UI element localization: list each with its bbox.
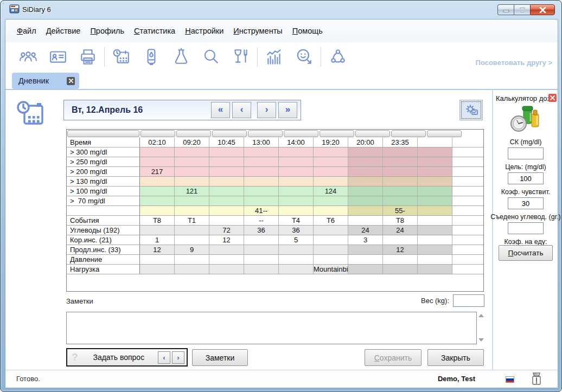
table-cell[interactable]	[244, 265, 279, 274]
table-cell[interactable]	[175, 147, 209, 157]
table-cell[interactable]: 121	[175, 187, 209, 196]
nutrition-icon[interactable]	[232, 47, 250, 67]
table-cell[interactable]	[383, 255, 418, 264]
table-cell[interactable]: 12	[209, 235, 244, 245]
table-cell[interactable]: 23:35	[383, 138, 418, 147]
table-cell[interactable]	[418, 196, 452, 205]
previous-day-button[interactable]: ‹	[232, 102, 251, 118]
table-cell[interactable]	[209, 216, 244, 225]
menu-profile[interactable]: Профиль	[85, 24, 129, 37]
sync-icon[interactable]	[329, 47, 347, 67]
table-cell[interactable]	[383, 147, 418, 157]
weight-input[interactable]	[453, 294, 484, 307]
table-cell[interactable]	[314, 147, 348, 157]
table-cell[interactable]	[383, 265, 418, 274]
column-header-button[interactable]	[140, 130, 175, 137]
table-cell[interactable]	[279, 167, 314, 176]
table-cell[interactable]: 36	[279, 226, 314, 235]
column-header-button[interactable]	[284, 130, 318, 137]
table-cell[interactable]	[383, 177, 418, 186]
table-cell[interactable]	[279, 157, 314, 166]
table-cell[interactable]	[209, 177, 244, 186]
wellness-icon[interactable]	[295, 47, 314, 67]
table-cell[interactable]	[314, 235, 348, 245]
table-cell[interactable]	[348, 265, 383, 274]
table-cell[interactable]	[418, 206, 452, 215]
table-cell[interactable]	[383, 187, 418, 196]
table-cell[interactable]	[279, 177, 314, 186]
table-cell[interactable]	[279, 187, 314, 196]
notes-textarea[interactable]	[66, 312, 477, 344]
table-cell[interactable]	[348, 196, 383, 205]
table-cell[interactable]: 55-	[383, 206, 418, 215]
table-cell[interactable]	[348, 147, 383, 157]
table-cell[interactable]	[348, 245, 383, 254]
column-header-button[interactable]	[320, 130, 354, 137]
table-cell[interactable]	[314, 157, 348, 166]
table-cell[interactable]: 12	[383, 245, 418, 254]
table-cell[interactable]	[175, 255, 209, 264]
table-cell[interactable]	[279, 147, 314, 157]
table-cell[interactable]	[209, 196, 244, 205]
users-icon[interactable]	[19, 47, 37, 67]
refer-friend-link[interactable]: Посоветовать другу >	[476, 59, 552, 67]
column-header-button[interactable]	[391, 130, 426, 137]
scroll-up-icon[interactable]	[478, 313, 484, 318]
table-cell[interactable]: T1	[175, 216, 209, 225]
table-cell[interactable]	[418, 245, 452, 254]
table-cell[interactable]: 9	[175, 245, 209, 254]
table-cell[interactable]	[348, 187, 383, 196]
table-cell[interactable]: 36	[244, 226, 279, 235]
table-cell[interactable]	[244, 167, 279, 176]
table-cell[interactable]	[279, 265, 314, 274]
table-cell[interactable]	[140, 255, 175, 264]
table-cell[interactable]: --	[244, 216, 279, 225]
search-icon[interactable]	[202, 47, 220, 67]
last-day-button[interactable]: »	[278, 102, 297, 118]
table-cell[interactable]	[279, 245, 314, 254]
minimize-button[interactable]	[497, 4, 514, 15]
menu-settings[interactable]: Настройки	[180, 24, 228, 37]
table-cell[interactable]: 24	[348, 226, 383, 235]
close-diary-button[interactable]: Закрыть	[427, 349, 484, 366]
table-cell[interactable]	[209, 255, 244, 264]
glucose-meter-icon[interactable]	[142, 47, 161, 67]
column-header-button[interactable]	[427, 130, 462, 137]
table-cell[interactable]	[209, 245, 244, 254]
table-cell[interactable]	[348, 206, 383, 215]
table-cell[interactable]	[314, 245, 348, 254]
table-cell[interactable]: 5	[279, 235, 314, 245]
table-cell[interactable]	[383, 235, 418, 245]
table-cell[interactable]	[418, 157, 452, 166]
table-cell[interactable]: 02:10	[140, 138, 175, 147]
table-cell[interactable]	[418, 255, 452, 264]
table-cell[interactable]	[418, 147, 452, 157]
table-cell[interactable]: 3	[348, 235, 383, 245]
ask-question-panel[interactable]: ? Задать вопрос ‹ ›	[66, 348, 188, 367]
dose-field-input[interactable]	[508, 197, 544, 209]
table-cell[interactable]	[175, 196, 209, 205]
menu-tools[interactable]: Инструменты	[228, 24, 287, 37]
calculate-button[interactable]: Посчитать	[499, 245, 553, 261]
table-cell[interactable]	[244, 187, 279, 196]
statistics-icon[interactable]	[265, 47, 284, 67]
dose-calculator-close-icon[interactable]	[548, 94, 557, 102]
column-header-button[interactable]	[248, 130, 283, 137]
table-cell[interactable]	[314, 226, 348, 235]
table-cell[interactable]	[244, 235, 279, 245]
table-cell[interactable]	[140, 206, 175, 215]
table-cell[interactable]: 41--	[244, 206, 279, 215]
table-cell[interactable]	[209, 187, 244, 196]
lab-flask-icon[interactable]	[172, 47, 190, 67]
table-cell[interactable]	[314, 177, 348, 186]
table-cell[interactable]	[244, 147, 279, 157]
table-cell[interactable]	[348, 255, 383, 264]
table-cell[interactable]	[348, 157, 383, 166]
table-cell[interactable]	[175, 206, 209, 215]
table-cell[interactable]: 13:00	[244, 138, 279, 147]
table-cell[interactable]	[175, 167, 209, 176]
table-cell[interactable]: 14:00	[279, 138, 314, 147]
dose-field-input[interactable]	[508, 222, 544, 234]
ask-prev-button[interactable]: ‹	[158, 351, 170, 364]
table-cell[interactable]: T4	[279, 216, 314, 225]
